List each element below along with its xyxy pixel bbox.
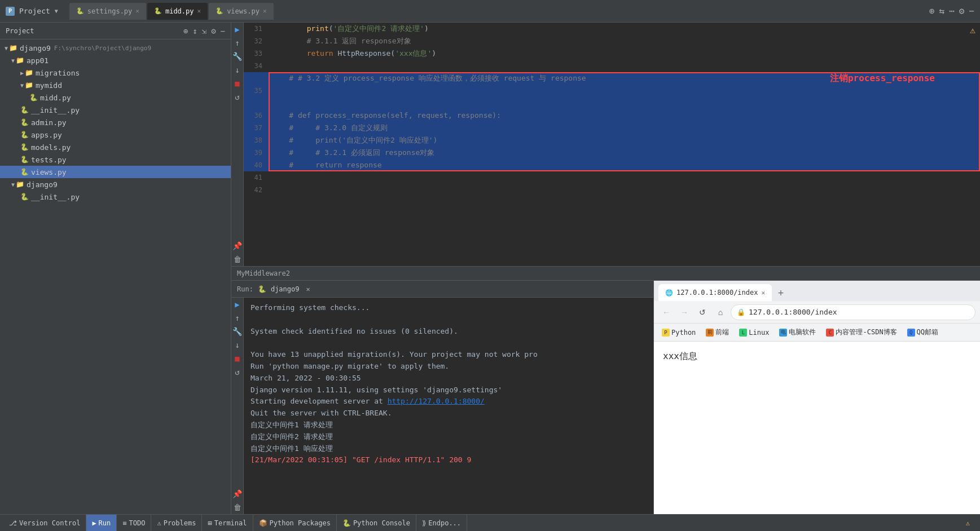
run-pin-icon[interactable]: 📌 <box>232 489 242 498</box>
browser-navbar: ← → ↺ ⌂ 🔒 127.0.0.1:8000/index <box>654 301 980 324</box>
left-toolbar: ▶ ↑ 🔧 ↓ ■ ↺ 📌 🗑 <box>231 23 244 266</box>
run-status-icon: ▶ <box>92 519 96 527</box>
more-icon[interactable]: ⋯ <box>949 6 955 16</box>
tab-midd-py[interactable]: 🐍 midd.py ✕ <box>147 3 208 20</box>
project-section: P Project ▼ <box>6 7 58 16</box>
sidebar-item-models[interactable]: 🐍 models.py <box>0 141 231 153</box>
run-play-icon[interactable]: ▶ <box>235 300 239 309</box>
sidebar-item-app01[interactable]: ▼ 📁 app01 <box>0 54 231 67</box>
tab-settings-py[interactable]: 🐍 settings.py ✕ <box>69 3 146 20</box>
bookmark-linux[interactable]: L Linux <box>736 328 772 338</box>
run-stop-icon[interactable]: ■ <box>235 354 239 363</box>
sidebar-item-migrations[interactable]: ▶ 📁 migrations <box>0 67 231 79</box>
bookmark-software[interactable]: 电 电脑软件 <box>776 326 819 338</box>
sidebar-item-django9[interactable]: ▼ 📁 django9 <box>0 178 231 191</box>
server-link[interactable]: http://127.0.0.1:8000/ <box>388 397 485 405</box>
add-tab-icon[interactable]: ⊕ <box>929 6 935 16</box>
browser-tab-active[interactable]: 🌐 127.0.0.1:8000/index ✕ <box>658 284 772 301</box>
sidebar-item-mymidd[interactable]: ▼ 📁 mymidd <box>0 79 231 91</box>
browser-home-btn[interactable]: ⌂ <box>713 304 728 320</box>
status-version-control[interactable]: ⎇ Version Control <box>5 515 86 531</box>
code-line-42: 42 <box>244 184 980 196</box>
views-label: views.py <box>31 168 67 176</box>
settings-icon[interactable]: ⚙ <box>959 6 965 16</box>
sidebar-header: Project ⊕ ↕ ⇲ ⚙ − <box>0 23 231 39</box>
sidebar-item-init-app01[interactable]: 🐍 __init__.py <box>0 104 231 116</box>
sidebar-add-icon[interactable]: ⊕ <box>183 26 188 36</box>
rerun-icon[interactable]: ↺ <box>235 92 239 101</box>
run-trash-icon[interactable]: 🗑 <box>234 503 241 512</box>
stop-icon[interactable]: ■ <box>235 79 239 88</box>
browser-url-bar[interactable]: 🔒 127.0.0.1:8000/index <box>731 304 975 320</box>
split-icon[interactable]: ⇆ <box>939 6 944 16</box>
tree-root[interactable]: ▼ 📁 django9 F:\synchro\Project\django9 <box>0 42 231 54</box>
line-content-33: return HttpResponse('xxx信息') <box>269 47 980 60</box>
up-icon[interactable]: ↑ <box>235 38 239 47</box>
sidebar-item-apps[interactable]: 🐍 apps.py <box>0 129 231 141</box>
pin-icon[interactable]: 📌 <box>232 241 242 250</box>
bottom-area: Run: 🐍 django9 ✕ ▶ ↑ 🔧 ↓ ■ ↺ 📌 <box>231 280 980 514</box>
sidebar-sort-icon[interactable]: ↕ <box>192 26 197 36</box>
sidebar-settings-icon[interactable]: ⚙ <box>211 26 216 36</box>
run-wrench-icon[interactable]: 🔧 <box>232 327 242 336</box>
code-line-36: 36 # def process_response(self, request,… <box>244 109 980 122</box>
tests-icon: 🐍 <box>20 156 29 163</box>
run-status-label: Run <box>99 519 111 527</box>
status-terminal[interactable]: ⊞ Terminal <box>202 515 253 531</box>
sidebar-item-midd-py[interactable]: 🐍 midd.py <box>0 91 231 104</box>
bookmark-qqmail-label: QQ邮箱 <box>917 328 938 337</box>
editor-tabs: 🐍 settings.py ✕ 🐍 midd.py ✕ 🐍 views.py ✕ <box>69 3 929 20</box>
line-num-41: 41 <box>244 171 269 184</box>
project-dropdown-icon[interactable]: ▼ <box>55 8 58 14</box>
python-packages-icon: 📦 <box>259 519 267 527</box>
status-python-packages[interactable]: 📦 Python Packages <box>253 515 337 531</box>
browser-content: xxx信息 <box>654 342 980 514</box>
status-run[interactable]: ▶ Run <box>86 515 117 531</box>
tab-close-settings[interactable]: ✕ <box>135 7 139 15</box>
code-editor[interactable]: 31 print('自定义中间件2 请求处理') 32 # 3.1.1 返回 r… <box>244 23 980 266</box>
python-packages-label: Python Packages <box>270 519 331 527</box>
tab-views-py[interactable]: 🐍 views.py ✕ <box>209 3 273 20</box>
root-expand-icon: ▼ <box>5 45 8 51</box>
browser-forward-btn[interactable]: → <box>676 304 692 320</box>
minimize-icon[interactable]: − <box>969 6 974 16</box>
run-up-icon[interactable]: ↑ <box>235 313 239 322</box>
bookmark-qqmail[interactable]: Q QQ邮箱 <box>904 326 942 338</box>
run-icon[interactable]: ▶ <box>235 25 239 34</box>
output-line-11: 自定义中间件1 请求处理 <box>251 419 647 431</box>
run-down-icon[interactable]: ↓ <box>235 340 239 349</box>
status-python-console[interactable]: 🐍 Python Console <box>337 515 416 531</box>
run-rerun-icon[interactable]: ↺ <box>235 368 239 377</box>
run-close-btn[interactable]: ✕ <box>306 285 310 293</box>
bookmark-csdn[interactable]: C 内容管理-CSDN博客 <box>823 326 900 338</box>
sidebar-item-init-django9[interactable]: 🐍 __init__.py <box>0 191 231 203</box>
bookmark-frontend[interactable]: 前 前端 <box>702 326 732 338</box>
browser-tab-close[interactable]: ✕ <box>762 289 766 297</box>
tab-label-settings: settings.py <box>87 7 132 15</box>
status-endpoint[interactable]: ⟫ Endpo... <box>416 515 467 531</box>
line-content-40: # return response <box>269 159 980 171</box>
status-problems[interactable]: ⚠ Problems <box>151 515 202 531</box>
trash-icon[interactable]: 🗑 <box>234 255 241 264</box>
output-line-8: Django version 1.11.11, using settings '… <box>251 384 647 396</box>
wrench-icon[interactable]: 🔧 <box>232 52 242 61</box>
down-icon[interactable]: ↓ <box>235 65 239 74</box>
sidebar-item-views[interactable]: 🐍 views.py <box>0 166 231 178</box>
sidebar-item-admin[interactable]: 🐍 admin.py <box>0 116 231 129</box>
project-label[interactable]: Project <box>19 7 50 15</box>
sidebar-expand-icon[interactable]: ⇲ <box>202 26 206 36</box>
status-warning-icon: ⚠ <box>966 519 970 527</box>
browser-tab-add-btn[interactable]: + <box>773 285 789 301</box>
tab-close-views[interactable]: ✕ <box>263 7 267 15</box>
browser-back-btn[interactable]: ← <box>658 304 674 320</box>
browser-refresh-btn[interactable]: ↺ <box>695 304 710 320</box>
breadcrumb: MyMiddleware2 <box>231 266 980 280</box>
code-line-39: 39 # # 3.2.1 必须返回 response对象 <box>244 147 980 159</box>
sidebar-minimize-icon[interactable]: − <box>221 26 225 36</box>
bookmark-python[interactable]: P Python <box>658 328 699 338</box>
editor-section: ▶ ↑ 🔧 ↓ ■ ↺ 📌 🗑 31 print('自定义中间件2 请求处理') <box>231 23 980 266</box>
line-content-32: # 3.1.1 返回 response对象 <box>269 35 980 47</box>
sidebar-item-tests[interactable]: 🐍 tests.py <box>0 153 231 166</box>
tab-close-midd[interactable]: ✕ <box>197 7 201 15</box>
status-todo[interactable]: ≡ TODO <box>117 515 151 531</box>
